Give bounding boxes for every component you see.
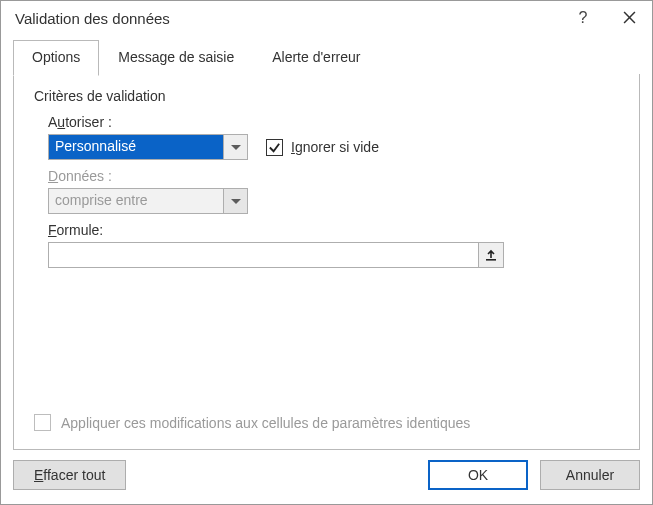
clear-all-button[interactable]: Effacer tout: [13, 460, 126, 490]
allow-dropdown[interactable]: Personnalisé: [48, 134, 248, 160]
dialog-footer: Effacer tout OK Annuler: [1, 450, 652, 504]
data-label: Données :: [48, 168, 619, 184]
close-button[interactable]: [606, 10, 652, 27]
chevron-down-icon: [231, 145, 241, 150]
allow-dropdown-value: Personnalisé: [49, 135, 223, 159]
dialog-title: Validation des données: [15, 10, 560, 27]
ignore-blank-label: Ignorer si vide: [291, 139, 379, 155]
tab-input-message[interactable]: Message de saisie: [99, 40, 253, 76]
check-icon: [268, 141, 281, 154]
formula-label: Formule:: [48, 222, 619, 238]
svg-rect-0: [486, 259, 496, 261]
allow-label: Autoriser :: [48, 114, 619, 130]
checkbox-box: [34, 414, 51, 431]
tab-options[interactable]: Options: [13, 40, 99, 76]
section-title-criteria: Critères de validation: [34, 88, 619, 104]
help-button[interactable]: ?: [560, 9, 606, 27]
checkbox-box: [266, 139, 283, 156]
close-icon: [623, 11, 636, 24]
apply-same-label: Appliquer ces modifications aux cellules…: [61, 415, 470, 431]
allow-dropdown-arrow[interactable]: [223, 135, 247, 159]
tab-error-alert[interactable]: Alerte d'erreur: [253, 40, 379, 76]
data-dropdown: comprise entre: [48, 188, 248, 214]
ignore-blank-checkbox[interactable]: Ignorer si vide: [266, 139, 379, 156]
titlebar: Validation des données ?: [1, 1, 652, 35]
formula-input[interactable]: [48, 242, 479, 268]
apply-same-checkbox: Appliquer ces modifications aux cellules…: [34, 414, 619, 431]
data-dropdown-arrow: [223, 189, 247, 213]
ok-button[interactable]: OK: [428, 460, 528, 490]
tab-panel-options: Critères de validation Autoriser : Perso…: [13, 74, 640, 450]
cancel-button[interactable]: Annuler: [540, 460, 640, 490]
chevron-down-icon: [231, 199, 241, 204]
tab-strip: Options Message de saisie Alerte d'erreu…: [1, 39, 652, 75]
range-selector-button[interactable]: [478, 242, 504, 268]
data-validation-dialog: Validation des données ? Options Message…: [0, 0, 653, 505]
collapse-dialog-icon: [484, 248, 498, 262]
data-dropdown-value: comprise entre: [49, 189, 223, 213]
